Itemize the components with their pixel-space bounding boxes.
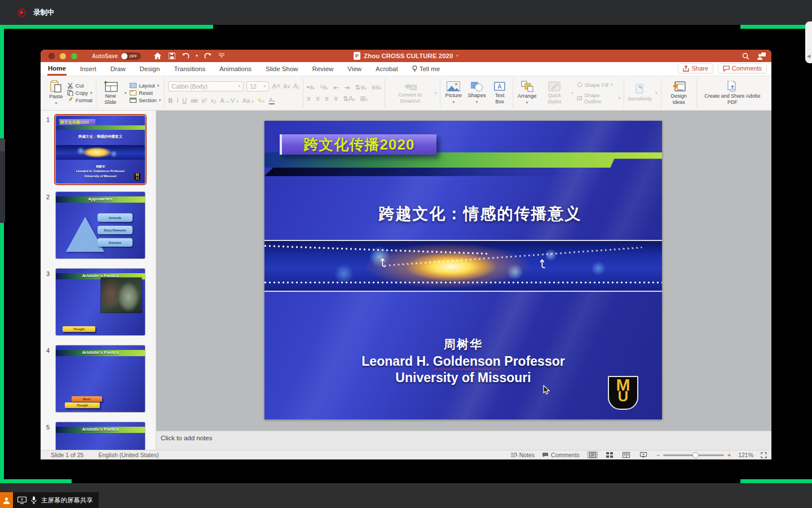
- create-share-adobe-pdf-button[interactable]: Create and Share Adobe PDF: [700, 81, 765, 105]
- slide-canvas[interactable]: 跨文化传播2020 跨越文化：情感的传播意义 ⤴ ⤴ 周树华 Leon: [264, 121, 662, 419]
- normal-view-button[interactable]: [587, 451, 598, 459]
- increase-indent-button[interactable]: ⇥: [344, 84, 350, 91]
- tab-animations[interactable]: Animations: [219, 63, 252, 75]
- slideshow-view-button[interactable]: [638, 451, 649, 459]
- save-icon[interactable]: [167, 52, 176, 60]
- document-title-area[interactable]: P Zhou CROSS CULTURE 2020 ▾: [354, 52, 458, 60]
- highlight-button[interactable]: ✎▾: [258, 97, 265, 104]
- slide-thumbnail-5[interactable]: Aristotle's Poetics: [56, 422, 145, 450]
- numbering-button[interactable]: ¹≡▾: [320, 84, 329, 91]
- decrease-font-icon[interactable]: A˅: [283, 84, 290, 90]
- notes-toggle-button[interactable]: Notes: [511, 452, 535, 458]
- columns-button[interactable]: ≡≡▾: [372, 84, 382, 91]
- tab-insert[interactable]: Insert: [80, 63, 97, 75]
- tab-slide-show[interactable]: Slide Show: [265, 63, 299, 75]
- presenter-icon[interactable]: [757, 52, 766, 60]
- minimize-button[interactable]: [60, 53, 66, 59]
- format-button[interactable]: Format: [67, 97, 92, 103]
- autosave-control[interactable]: AutoSave OFF: [92, 52, 141, 60]
- align-center-button[interactable]: ≡: [316, 95, 320, 103]
- increase-font-icon[interactable]: A˄: [272, 82, 280, 90]
- slide-sorter-view-button[interactable]: [604, 451, 615, 459]
- font-size-select[interactable]: 12▾: [246, 81, 269, 91]
- slide-thumbnail-3[interactable]: Aristotle's Poetics Thought: [56, 269, 145, 335]
- font-color-button[interactable]: A▾: [269, 97, 275, 104]
- language-indicator[interactable]: English (United States): [98, 452, 158, 458]
- slide-author-block[interactable]: 周树华 Leonard H. Goldenson Professor Unive…: [264, 336, 662, 386]
- zoom-knob[interactable]: [692, 452, 699, 458]
- zoom-level[interactable]: 121%: [738, 452, 753, 458]
- text-direction-button[interactable]: ⇅A▾: [343, 95, 355, 103]
- copy-button[interactable]: Copy ▾: [67, 90, 92, 96]
- search-icon[interactable]: [742, 52, 749, 60]
- tab-review[interactable]: Review: [312, 63, 334, 75]
- zoom-button[interactable]: [71, 53, 77, 59]
- zoom-slider[interactable]: − +: [656, 452, 731, 458]
- screen-share-indicator[interactable]: 主屏幕的屏幕共享: [0, 492, 99, 508]
- quick-styles-button[interactable]: Quick Styles: [541, 81, 568, 104]
- tab-tell-me[interactable]: Tell me: [412, 63, 440, 75]
- superscript-button[interactable]: x²: [202, 97, 207, 104]
- justify-button[interactable]: ≡: [334, 95, 338, 103]
- underline-button[interactable]: U: [182, 97, 187, 104]
- fit-slide-button[interactable]: [761, 452, 767, 458]
- align-text-button[interactable]: ⊞▾: [360, 95, 368, 103]
- ribbon-display-icon[interactable]: [218, 52, 226, 60]
- bullets-button[interactable]: •≡▾: [307, 84, 315, 91]
- tab-view[interactable]: View: [347, 63, 362, 75]
- tab-draw[interactable]: Draw: [110, 63, 126, 75]
- slide-thumbnail-2[interactable]: Approaches Aristotle Story Elements Emot…: [56, 192, 145, 259]
- share-button[interactable]: Share: [678, 63, 713, 73]
- design-ideas-button[interactable]: Design Ideas: [665, 81, 693, 105]
- text-box-button[interactable]: A Text Box: [491, 81, 509, 104]
- subscript-button[interactable]: x₂: [211, 97, 217, 104]
- tab-acrobat[interactable]: Acrobat: [375, 63, 399, 75]
- slide-editor-canvas[interactable]: 跨文化传播2020 跨越文化：情感的传播意义 ⤴ ⤴ 周树华 Leon: [156, 111, 771, 431]
- tab-design[interactable]: Design: [139, 63, 161, 75]
- slide-subtitle[interactable]: 跨越文化：情感的传播意义: [281, 203, 662, 225]
- shape-fill-button[interactable]: Shape Fill ▾: [577, 82, 621, 88]
- arrange-button[interactable]: Arrange ▾: [517, 81, 538, 105]
- home-icon[interactable]: [153, 52, 162, 60]
- zoom-out-icon[interactable]: −: [656, 452, 660, 458]
- new-slide-button[interactable]: New Slide: [100, 81, 121, 105]
- section-button[interactable]: Section ▾: [130, 97, 161, 103]
- undo-dropdown-icon[interactable]: ▾: [196, 54, 198, 58]
- line-spacing-button[interactable]: ⇅≡▾: [355, 84, 367, 91]
- autosave-toggle[interactable]: OFF: [121, 52, 141, 60]
- zoom-in-icon[interactable]: +: [727, 452, 731, 458]
- slide-thumbnail-1[interactable]: 跨文化传播2020 跨越文化：情感的传播意义 周树华 Leonard H. Go…: [56, 116, 145, 183]
- redo-icon[interactable]: [204, 52, 212, 60]
- slide-banner-title-box[interactable]: 跨文化传播2020: [280, 134, 436, 155]
- slide-thumbnail-4[interactable]: Aristotle's Poetics Music Thought: [56, 345, 145, 412]
- strikethrough-button[interactable]: ab: [191, 97, 197, 104]
- bold-button[interactable]: B: [168, 97, 173, 104]
- reset-button[interactable]: Reset: [130, 90, 161, 96]
- clear-formatting-icon[interactable]: A₎: [293, 82, 299, 90]
- change-case-button[interactable]: Aa ▾: [242, 97, 254, 104]
- sidebar-collapse-tab[interactable]: ◀: [805, 21, 812, 63]
- character-spacing-button[interactable]: A↔V ▾: [220, 97, 239, 104]
- new-slide-dropdown-icon[interactable]: ▾: [125, 91, 127, 95]
- decrease-indent-button[interactable]: ⇤: [333, 84, 339, 91]
- align-right-button[interactable]: ≡: [325, 95, 329, 103]
- align-left-button[interactable]: ≡: [307, 95, 311, 103]
- cut-button[interactable]: Cut: [67, 82, 92, 89]
- close-button[interactable]: [48, 53, 55, 59]
- reading-view-button[interactable]: [621, 451, 632, 459]
- tab-transitions[interactable]: Transitions: [173, 63, 206, 75]
- paste-button[interactable]: Paste ▾: [48, 80, 64, 106]
- shape-outline-button[interactable]: Shape Outline ▾: [577, 92, 621, 104]
- shapes-button[interactable]: Shapes ▾: [466, 81, 487, 104]
- comments-button[interactable]: Comments: [718, 63, 767, 73]
- zoom-track[interactable]: [663, 454, 724, 456]
- font-name-select[interactable]: Calibri (Body)▾: [168, 81, 244, 91]
- notes-pane[interactable]: Click to add notes: [156, 431, 771, 450]
- undo-icon[interactable]: [182, 52, 190, 60]
- comments-toggle-button[interactable]: Comments: [542, 452, 580, 458]
- layout-button[interactable]: Layout ▾: [130, 82, 161, 89]
- convert-to-smartart-button[interactable]: Convert to SmartArt: [389, 82, 431, 104]
- tab-home[interactable]: Home: [47, 63, 67, 76]
- sensitivity-button[interactable]: Sensitivity: [628, 84, 652, 102]
- picture-button[interactable]: Picture ▾: [444, 81, 463, 104]
